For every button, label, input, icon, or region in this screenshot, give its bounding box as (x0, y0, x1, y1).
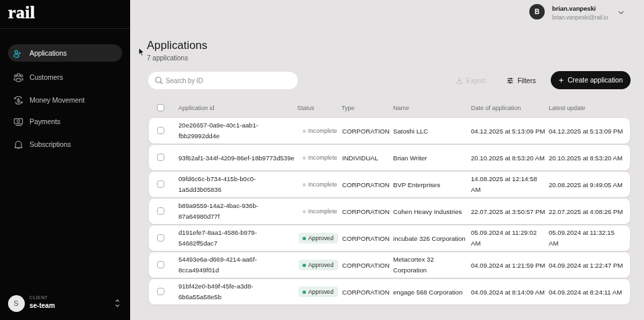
svg-text:$: $ (17, 96, 21, 103)
